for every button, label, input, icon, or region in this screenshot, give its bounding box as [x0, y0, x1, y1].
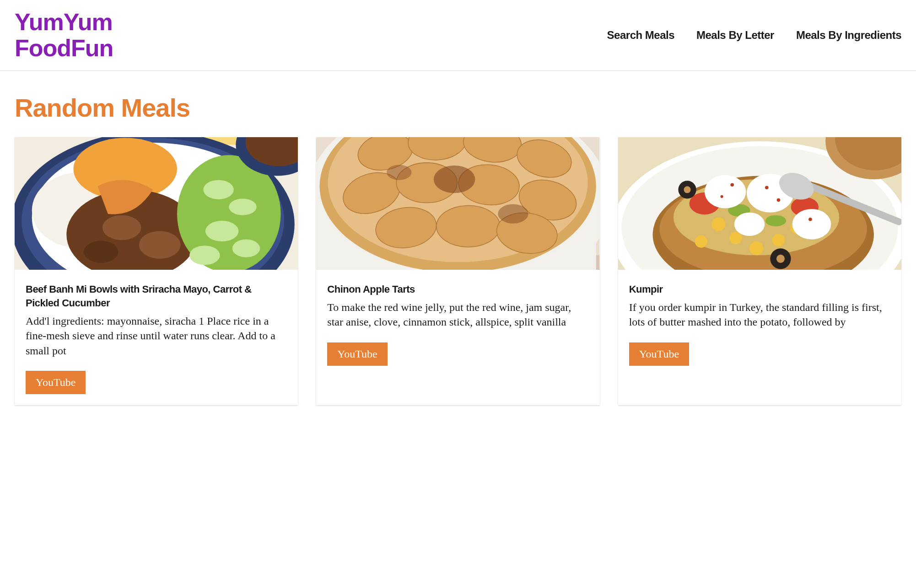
svg-point-59	[684, 187, 690, 193]
meal-card-body: Kumpir If you order kumpir in Turkey, th…	[618, 270, 901, 376]
svg-point-16	[205, 221, 239, 241]
svg-point-11	[139, 231, 181, 259]
svg-point-61	[776, 255, 785, 263]
svg-point-69	[808, 218, 812, 221]
youtube-button[interactable]: YouTube	[629, 342, 689, 366]
meal-title: Beef Banh Mi Bowls with Sriracha Mayo, C…	[26, 283, 287, 310]
svg-point-67	[765, 186, 769, 190]
svg-point-38	[498, 204, 528, 224]
meal-title: Kumpir	[629, 283, 890, 296]
meal-card: Chinon Apple Tarts To make the red wine …	[316, 137, 599, 405]
svg-point-39	[387, 165, 411, 180]
svg-point-15	[229, 199, 256, 215]
nav-meals-by-ingredients[interactable]: Meals By Ingredients	[796, 29, 901, 42]
apple-tart-image	[316, 137, 599, 270]
meal-image[interactable]	[316, 137, 599, 270]
svg-point-12	[84, 241, 119, 263]
logo-line-1: YumYum	[15, 9, 113, 35]
svg-point-52	[695, 235, 707, 248]
meal-description: If you order kumpir in Turkey, the stand…	[629, 300, 890, 330]
svg-point-37	[434, 166, 475, 193]
meal-title: Chinon Apple Tarts	[327, 283, 588, 296]
svg-point-66	[730, 183, 734, 187]
svg-point-17	[232, 240, 260, 257]
meal-card-body: Beef Banh Mi Bowls with Sriracha Mayo, C…	[15, 270, 298, 405]
logo-line-2: FoodFun	[15, 35, 113, 61]
banh-mi-bowl-image	[15, 137, 298, 270]
kumpir-image	[618, 137, 901, 270]
svg-point-51	[772, 234, 785, 246]
svg-point-50	[749, 241, 763, 255]
svg-point-10	[102, 215, 141, 240]
svg-point-49	[729, 232, 742, 244]
site-header: YumYum FoodFun Search Meals Meals By Let…	[0, 0, 916, 71]
svg-point-57	[765, 215, 786, 226]
nav-meals-by-letter[interactable]: Meals By Letter	[696, 29, 774, 42]
meal-image[interactable]	[15, 137, 298, 270]
page-title: Random Meals	[15, 93, 901, 123]
youtube-button[interactable]: YouTube	[26, 371, 86, 394]
svg-point-70	[720, 195, 723, 198]
svg-point-35	[436, 206, 500, 247]
main-nav: Search Meals Meals By Letter Meals By In…	[607, 29, 901, 42]
meals-grid: Beef Banh Mi Bowls with Sriracha Mayo, C…	[15, 137, 901, 405]
youtube-button[interactable]: YouTube	[327, 342, 387, 366]
svg-point-62	[704, 175, 746, 208]
svg-point-14	[203, 180, 233, 199]
svg-point-65	[734, 213, 764, 236]
svg-point-48	[711, 218, 725, 231]
svg-point-18	[189, 246, 220, 265]
nav-search-meals[interactable]: Search Meals	[607, 29, 674, 42]
main-content: Random Meals	[0, 71, 916, 427]
logo-link[interactable]: YumYum FoodFun	[15, 9, 113, 61]
meal-card: Kumpir If you order kumpir in Turkey, th…	[618, 137, 901, 405]
meal-description: To make the red wine jelly, put the red …	[327, 300, 588, 330]
meal-image[interactable]	[618, 137, 901, 270]
svg-point-68	[776, 198, 780, 202]
meal-card: Beef Banh Mi Bowls with Sriracha Mayo, C…	[15, 137, 298, 405]
svg-point-64	[792, 209, 831, 239]
meal-description: Add'l ingredients: mayonnaise, siracha 1…	[26, 314, 287, 358]
meal-card-body: Chinon Apple Tarts To make the red wine …	[316, 270, 599, 376]
